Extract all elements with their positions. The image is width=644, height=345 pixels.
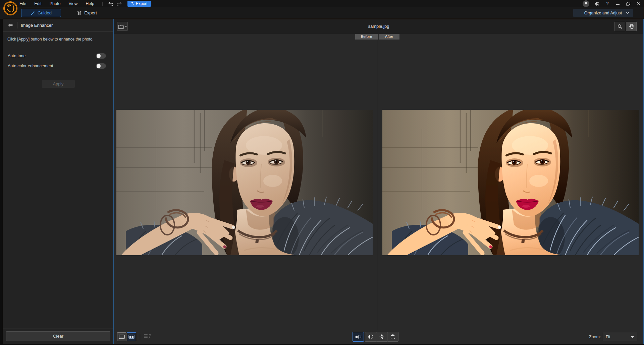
workspace-tabbar: Guided Expert Organize and Adjust bbox=[0, 7, 644, 19]
compare-split-vertical-icon bbox=[368, 334, 373, 339]
mode-dropdown-value: Organize and Adjust bbox=[584, 11, 622, 15]
notifications-icon[interactable] bbox=[583, 0, 589, 7]
restore-window-icon[interactable] bbox=[626, 0, 631, 7]
zoom-label: Zoom: bbox=[589, 335, 601, 339]
menu-edit[interactable]: Edit bbox=[34, 1, 42, 6]
help-icon[interactable]: ? bbox=[605, 0, 610, 7]
compare-split-vertical-button[interactable] bbox=[365, 332, 376, 342]
wand-icon bbox=[31, 11, 35, 15]
auto-color-label: Auto color enhancement bbox=[8, 64, 53, 68]
apply-button[interactable]: Apply bbox=[42, 80, 75, 88]
chevron-down-icon bbox=[626, 12, 629, 14]
zoom-dropdown[interactable]: Fit bbox=[603, 333, 637, 341]
compare-side-by-side-icon bbox=[355, 335, 362, 339]
after-photo[interactable] bbox=[382, 110, 639, 255]
redo-icon[interactable] bbox=[115, 1, 123, 7]
export-icon bbox=[130, 2, 134, 6]
zoom-tool-button[interactable] bbox=[614, 22, 625, 31]
tab-guided-label: Guided bbox=[38, 10, 52, 15]
menu-photo[interactable]: Photo bbox=[50, 1, 61, 6]
auto-tone-row: Auto tone bbox=[3, 51, 113, 61]
panel-title: Image Enhancer bbox=[21, 23, 53, 28]
tab-guided[interactable]: Guided bbox=[21, 9, 61, 17]
back-arrow-icon bbox=[7, 23, 13, 27]
export-label: Export bbox=[136, 1, 148, 6]
split-view-icon bbox=[128, 335, 135, 339]
panel-footer: Clear bbox=[3, 329, 113, 344]
canvas-area: sample.jpg Before After bbox=[114, 19, 644, 344]
panel-header-divider bbox=[17, 22, 17, 28]
compare-top-bottom-button[interactable] bbox=[376, 332, 387, 342]
image-filename: sample.jpg bbox=[114, 24, 643, 29]
panel-header: Image Enhancer bbox=[3, 19, 113, 31]
close-icon[interactable] bbox=[636, 0, 641, 7]
panel-spacer bbox=[3, 88, 113, 329]
menubar-separator bbox=[102, 2, 103, 6]
hand-icon bbox=[629, 24, 634, 29]
before-photo[interactable] bbox=[116, 110, 373, 255]
after-label: After bbox=[379, 34, 399, 40]
tab-expert[interactable]: Expert bbox=[68, 9, 106, 17]
canvas-bottom-toolbar: Zoom: Fit bbox=[114, 330, 643, 344]
clear-button[interactable]: Clear bbox=[6, 331, 110, 341]
menubar: File Edit Photo View Help Export bbox=[0, 0, 644, 7]
undo-icon[interactable] bbox=[107, 1, 115, 7]
pan-tool-button[interactable] bbox=[626, 22, 637, 31]
compare-split-horizontal-button[interactable] bbox=[387, 332, 398, 342]
compare-divider bbox=[378, 40, 378, 330]
app-window: { "app": { "menus": ["File", "Edit", "Ph… bbox=[0, 0, 644, 345]
zoom-dropdown-arrow-icon bbox=[631, 336, 634, 338]
before-label: Before bbox=[355, 34, 378, 40]
compare-side-by-side-button[interactable] bbox=[353, 332, 364, 342]
copy-adjustments-icon[interactable] bbox=[144, 333, 152, 340]
canvas-header: sample.jpg bbox=[114, 19, 643, 34]
back-button[interactable] bbox=[6, 21, 14, 29]
auto-tone-toggle[interactable] bbox=[96, 53, 106, 59]
window-controls: ? bbox=[583, 0, 641, 7]
mode-dropdown[interactable]: Organize and Adjust bbox=[573, 9, 633, 17]
export-button[interactable]: Export bbox=[127, 1, 151, 7]
minimize-icon[interactable] bbox=[615, 0, 621, 7]
auto-color-row: Auto color enhancement bbox=[3, 61, 113, 71]
single-view-icon bbox=[119, 335, 125, 339]
tab-expert-label: Expert bbox=[84, 10, 97, 15]
compare-top-bottom-icon bbox=[379, 334, 384, 339]
menu-items: File Edit Photo View Help bbox=[19, 1, 94, 6]
menu-file[interactable]: File bbox=[19, 1, 26, 6]
auto-color-toggle[interactable] bbox=[96, 63, 106, 69]
toolbar-separator bbox=[140, 334, 140, 340]
menu-help[interactable]: Help bbox=[86, 1, 94, 6]
magnifier-icon bbox=[618, 24, 623, 29]
view-single-button[interactable] bbox=[117, 332, 126, 341]
settings-gear-icon[interactable] bbox=[594, 0, 600, 7]
auto-tone-label: Auto tone bbox=[8, 54, 26, 58]
zoom-value: Fit bbox=[606, 335, 610, 339]
guided-edit-panel: Image Enhancer Click [Apply] button belo… bbox=[3, 19, 114, 344]
layers-icon bbox=[77, 10, 82, 15]
panel-instruction: Click [Apply] button below to enhance th… bbox=[3, 31, 113, 42]
compare-split-horizontal-icon bbox=[390, 334, 395, 339]
view-split-button[interactable] bbox=[127, 332, 136, 341]
toggle-knob bbox=[97, 54, 101, 58]
toggle-knob bbox=[97, 64, 101, 68]
app-logo-icon[interactable] bbox=[3, 1, 18, 16]
menu-view[interactable]: View bbox=[68, 1, 77, 6]
